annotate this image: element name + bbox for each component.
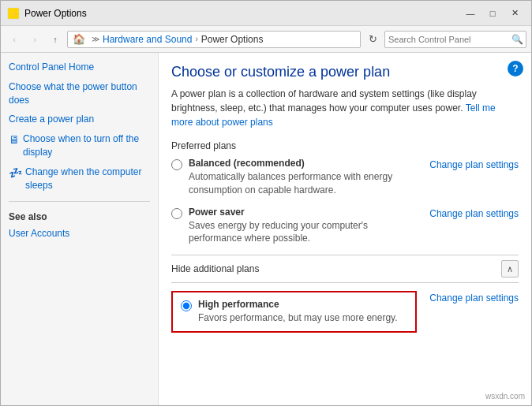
- right-panel: ? Choose or customize a power plan A pow…: [159, 53, 531, 405]
- plan-info-power-saver: Power saver Saves energy by reducing you…: [189, 207, 423, 246]
- window-icon: ⚡: [7, 7, 20, 20]
- preferred-plans-label: Preferred plans: [171, 140, 519, 151]
- plan-item-high-performance: High performance Favors performance, but…: [171, 291, 519, 339]
- refresh-button[interactable]: ↻: [364, 31, 381, 48]
- help-button[interactable]: ?: [508, 61, 523, 76]
- sidebar-link-create-plan[interactable]: Create a power plan: [9, 113, 150, 126]
- hide-additional-plans-header[interactable]: Hide additional plans ∧: [171, 255, 519, 283]
- main-content: Control Panel Home Choose what the power…: [1, 53, 531, 405]
- sidebar-item-power-button[interactable]: Choose what the power button does: [9, 80, 150, 107]
- plan-name-balanced: Balanced (recommended): [189, 158, 423, 169]
- plan-name-power-saver: Power saver: [189, 207, 423, 218]
- window-title: Power Options: [24, 8, 460, 19]
- sleep-icon: 💤: [9, 166, 22, 181]
- sidebar-item-create-plan[interactable]: Create a power plan: [9, 113, 150, 126]
- plan-change-link-balanced[interactable]: Change plan settings: [429, 158, 519, 170]
- svg-text:⚡: ⚡: [9, 9, 20, 19]
- minimize-button[interactable]: —: [460, 6, 481, 21]
- sidebar-item-turn-off-display[interactable]: 🖥 Choose when to turn off the display: [9, 132, 150, 159]
- breadcrumb-bar: 🏠 ≫ Hardware and Sound › Power Options: [67, 31, 361, 48]
- breadcrumb-current: Power Options: [201, 34, 264, 45]
- sidebar-item-user-accounts[interactable]: User Accounts: [9, 227, 150, 240]
- search-input[interactable]: [385, 35, 508, 44]
- monitor-icon: 🖥: [9, 132, 20, 148]
- sidebar-link-computer-sleeps[interactable]: 💤 Change when the computer sleeps: [9, 166, 150, 192]
- breadcrumb-hardware-sound[interactable]: Hardware and Sound: [103, 34, 192, 45]
- plan-info-balanced: Balanced (recommended) Automatically bal…: [189, 158, 423, 197]
- page-title: Choose or customize a power plan: [171, 64, 519, 80]
- breadcrumb-home-icon: 🏠: [73, 33, 85, 45]
- plan-info-high-performance: High performance Favors performance, but…: [198, 299, 407, 325]
- window-controls: — □ ✕: [460, 6, 525, 21]
- plan-radio-col-balanced: [171, 158, 182, 173]
- highlighted-plan-box: High performance Favors performance, but…: [171, 291, 417, 333]
- page-description-text: A power plan is a collection of hardware…: [171, 88, 477, 114]
- close-button[interactable]: ✕: [504, 6, 525, 21]
- up-button[interactable]: ↑: [47, 31, 64, 48]
- sidebar-link-power-button[interactable]: Choose what the power button does: [9, 80, 150, 107]
- watermark: wsxdn.com: [485, 392, 525, 400]
- breadcrumb-separator-1: ≫: [92, 35, 99, 43]
- breadcrumb-separator-2: ›: [195, 35, 197, 43]
- plan-desc-high-performance: Favors performance, but may use more ene…: [198, 311, 407, 325]
- plan-item-power-saver: Power saver Saves energy by reducing you…: [171, 207, 519, 246]
- plan-radio-high-performance[interactable]: [181, 300, 192, 311]
- sidebar-link-user-accounts[interactable]: User Accounts: [9, 227, 150, 240]
- title-bar: ⚡ Power Options — □ ✕: [1, 1, 531, 26]
- search-box: 🔍: [384, 31, 526, 48]
- plan-radio-col-power-saver: [171, 207, 182, 222]
- see-also-label: See also: [9, 211, 150, 222]
- search-icon: 🔍: [508, 31, 526, 48]
- plan-change-link-high-performance[interactable]: Change plan settings: [429, 291, 519, 304]
- plan-radio-power-saver[interactable]: [171, 208, 182, 219]
- plan-name-high-performance: High performance: [198, 299, 407, 310]
- sidebar-item-home[interactable]: Control Panel Home: [9, 61, 150, 74]
- plan-desc-power-saver: Saves energy by reducing your computer's…: [189, 219, 423, 246]
- sidebar-link-turn-off-display[interactable]: 🖥 Choose when to turn off the display: [9, 132, 150, 159]
- chevron-up-button[interactable]: ∧: [501, 260, 519, 277]
- hide-additional-plans-label: Hide additional plans: [171, 263, 501, 274]
- plan-desc-balanced: Automatically balances performance with …: [189, 170, 423, 197]
- maximize-button[interactable]: □: [482, 6, 503, 21]
- address-bar: ‹ › ↑ 🏠 ≫ Hardware and Sound › Power Opt…: [1, 26, 531, 53]
- sidebar-link-home[interactable]: Control Panel Home: [9, 61, 150, 74]
- forward-button[interactable]: ›: [26, 31, 43, 48]
- window: ⚡ Power Options — □ ✕ ‹ › ↑ 🏠 ≫ Hardware…: [0, 0, 532, 406]
- plan-item-balanced: Balanced (recommended) Automatically bal…: [171, 158, 519, 197]
- sidebar-item-computer-sleeps[interactable]: 💤 Change when the computer sleeps: [9, 166, 150, 192]
- sidebar: Control Panel Home Choose what the power…: [1, 53, 159, 405]
- sidebar-divider: [9, 201, 150, 202]
- plan-change-link-power-saver[interactable]: Change plan settings: [429, 207, 519, 219]
- page-description: A power plan is a collection of hardware…: [171, 87, 519, 129]
- plan-radio-balanced[interactable]: [171, 159, 182, 170]
- plan-radio-col-high-perf: [181, 299, 192, 314]
- back-button[interactable]: ‹: [6, 31, 23, 48]
